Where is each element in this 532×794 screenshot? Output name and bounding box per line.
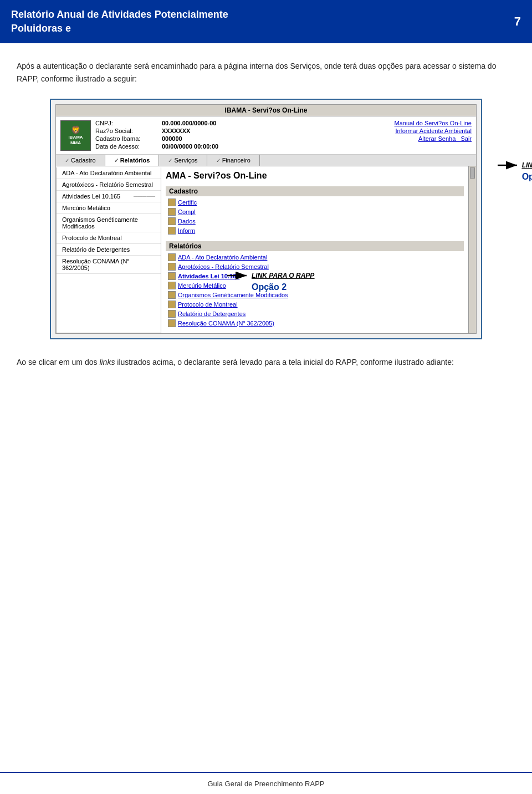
option1-label: Opção 1 [522, 172, 532, 182]
rel-link-conama[interactable]: Resolução CONAMA (Nº 362/2005) [166, 319, 464, 327]
dropdown-item-ada[interactable]: ADA - Ato Declaratório Ambiental [57, 167, 161, 179]
link-icon-rel-conama [168, 319, 176, 327]
nav-servicos-label: Serviços [174, 157, 197, 164]
header-title: Relatório Anual de Atividades Potencialm… [11, 8, 228, 35]
link-icon-certific [168, 198, 176, 206]
relatorios-section: Relatórios ADA - Ato Declaratório Ambien… [166, 241, 464, 327]
ibama-main-panel: AMA - Servi?os On-Line Cadastro Certific… [161, 166, 468, 333]
nav-cadastro-label: Cadastro [71, 157, 96, 164]
rel-ada-label: ADA - Ato Declaratório Ambiental [178, 254, 267, 261]
intro-paragraph: Após a autenticação o declarante será en… [17, 60, 515, 85]
option2-label: Opção 2 [252, 282, 287, 292]
dropdown-item-ogm[interactable]: Organismos Genéticamente Modificados [57, 214, 161, 232]
razao-row: Raz?o Social: XXXXXXX [95, 128, 218, 134]
nav-check-financeiro: ✓ [216, 157, 221, 164]
option1-annotation: LINK PARA O RAPP Opção 1 [498, 160, 532, 182]
second-text-before: Ao se clicar em um dos [17, 358, 99, 367]
nav-check-relatorios: ✓ [114, 157, 119, 164]
manual-link[interactable]: Manual do Servi?os On-Line [395, 120, 472, 126]
inform-label: Inform [178, 227, 195, 234]
screenshot-illustration: IBAMA - Servi?os On-Line 🦁 IBAMA MMA [50, 99, 482, 339]
rel-link-agrotoxicos[interactable]: Agrotóxicos - Relatório Semestral [166, 263, 464, 271]
relatorios-section-title: Relatórios [166, 241, 464, 251]
rel-agrotoxicos-label: Agrotóxicos - Relatório Semestral [178, 263, 269, 270]
page-footer: Guia Geral de Preenchimento RAPP [0, 772, 532, 794]
link-icon-dados [168, 217, 176, 225]
nav-cadastro[interactable]: ✓ Cadastro [56, 155, 105, 166]
data-acesso-value: 00/00/0000 00:00:00 [162, 143, 218, 150]
cadastro-section: Cadastro Certific Compl Da [166, 186, 464, 235]
rel-link-ogm[interactable]: Organismos Genéticamente Modificados [166, 291, 464, 299]
links-word: links [99, 358, 115, 367]
ibama-window-frame: IBAMA - Servi?os On-Line 🦁 IBAMA MMA [55, 104, 477, 334]
dropdown-item-agrotoxicos[interactable]: Agrotóxicos - Relatório Semestral [57, 179, 161, 191]
dropdown-item-conama[interactable]: Resolução CONAMA (Nº 362/2005) [57, 256, 161, 274]
nav-servicos[interactable]: ✓ Serviços [159, 155, 207, 166]
main-content: Após a autenticação o declarante será en… [0, 43, 532, 379]
ibama-window: IBAMA - Servi?os On-Line 🦁 IBAMA MMA [55, 104, 477, 334]
cnpj-row: CNPJ: 00.000.000/0000-00 [95, 120, 218, 126]
nav-financeiro[interactable]: ✓ Financeiro [207, 155, 260, 166]
cadastro-link-inform[interactable]: Inform [166, 227, 464, 235]
link-icon-rel-agrotoxicos [168, 263, 176, 271]
link-icon-rel-detergentes [168, 310, 176, 318]
panel-title: AMA - Servi?os On-Line [166, 171, 464, 181]
compl-label: Compl [178, 208, 196, 215]
ibama-content-area: ADA - Ato Declaratório Ambiental Agrotóx… [56, 166, 476, 333]
option1-link-label: LINK PARA O RAPP [522, 161, 532, 169]
rel-link-detergentes[interactable]: Relatório de Detergentes [166, 310, 464, 318]
cadastro-ibama-row: Cadastro Ibama: 000000 [95, 135, 218, 142]
nav-check-cadastro: ✓ [65, 157, 69, 164]
certific-label: Certific [178, 199, 197, 206]
option2-annotation: LINK PARA O RAPP Opção 2 [227, 270, 314, 292]
link-icon-rel-mercurio [168, 282, 176, 289]
ibama-top-section: 🦁 IBAMA MMA CNPJ: 00.000.000/0000-00 [56, 116, 476, 155]
ibama-logo-area: 🦁 IBAMA MMA CNPJ: 00.000.000/0000-00 [60, 120, 218, 151]
rel-montreal-label: Protocolo de Montreal [178, 301, 238, 308]
rel-link-ada[interactable]: ADA - Ato Declaratório Ambiental [166, 253, 464, 261]
dados-label: Dados [178, 218, 196, 225]
informar-link[interactable]: Informar Acidente Ambiental [395, 128, 472, 134]
rel-link-montreal[interactable]: Protocolo de Montreal [166, 301, 464, 308]
rel-mercurio-label: Mercúrio Metálico [178, 282, 226, 289]
ibama-dropdown-menu: ADA - Ato Declaratório Ambiental Agrotóx… [56, 167, 161, 333]
rel-link-mercurio[interactable]: Mercúrio Metálico [166, 282, 464, 289]
dropdown-item-atividades[interactable]: Atividades Lei 10.165 ───── [57, 191, 161, 202]
cadastro-ibama-value: 000000 [162, 135, 182, 142]
cadastro-link-certific[interactable]: Certific [166, 198, 464, 206]
rel-conama-label: Resolução CONAMA (Nº 362/2005) [178, 320, 274, 327]
dropdown-item-mercurio[interactable]: Mercúrio Metálico [57, 202, 161, 214]
dropdown-item-detergentes[interactable]: Relatório de Detergentes [57, 244, 161, 256]
link-icon-rel-montreal [168, 301, 176, 308]
link-icon-rel-atividades [168, 272, 176, 280]
cnpj-value: 00.000.000/0000-00 [162, 120, 216, 126]
rel-ogm-label: Organismos Genéticamente Modificados [178, 292, 288, 298]
option2-arrow [227, 270, 249, 281]
second-paragraph: Ao se clicar em um dos links ilustrados … [17, 356, 515, 368]
cadastro-link-compl[interactable]: Compl [166, 208, 464, 216]
cadastro-ibama-label: Cadastro Ibama: [95, 135, 162, 142]
razao-value: XXXXXXX [162, 128, 190, 134]
cadastro-link-dados[interactable]: Dados [166, 217, 464, 225]
option1-arrow [498, 160, 520, 171]
ibama-logo: 🦁 IBAMA MMA [60, 120, 91, 151]
ibama-right-links: Manual do Servi?os On-Line Informar Acid… [395, 120, 472, 151]
footer-text: Guia Geral de Preenchimento RAPP [208, 780, 325, 788]
rel-link-atividades[interactable]: Atividades Lei 10.165 [166, 272, 464, 280]
ibama-titlebar: IBAMA - Servi?os On-Line [56, 105, 476, 116]
option2-link-label: LINK PARA O RAPP [252, 272, 314, 279]
ibama-nav-bar: ✓ Cadastro ✓ Relatórios ✓ Serviços ✓ Fin… [56, 155, 476, 166]
link-icon-rel-ada [168, 253, 176, 261]
page-header: Relatório Anual de Atividades Potencialm… [0, 0, 532, 43]
data-acesso-row: Data de Acesso: 00/00/0000 00:00:00 [95, 143, 218, 150]
cadastro-section-title: Cadastro [166, 186, 464, 196]
page-number: 7 [504, 14, 521, 29]
cnpj-label: CNPJ: [95, 120, 162, 126]
nav-relatorios[interactable]: ✓ Relatórios [105, 155, 160, 166]
second-text-after: ilustrados acima, o declarante será leva… [115, 358, 453, 367]
ibama-scrollbar[interactable] [468, 166, 476, 333]
link-icon-inform [168, 227, 176, 235]
dropdown-item-montreal[interactable]: Protocolo de Montreal [57, 232, 161, 244]
nav-relatorios-label: Relatórios [120, 157, 150, 164]
alterar-sair-link[interactable]: Alterar Senha Sair [395, 135, 472, 142]
